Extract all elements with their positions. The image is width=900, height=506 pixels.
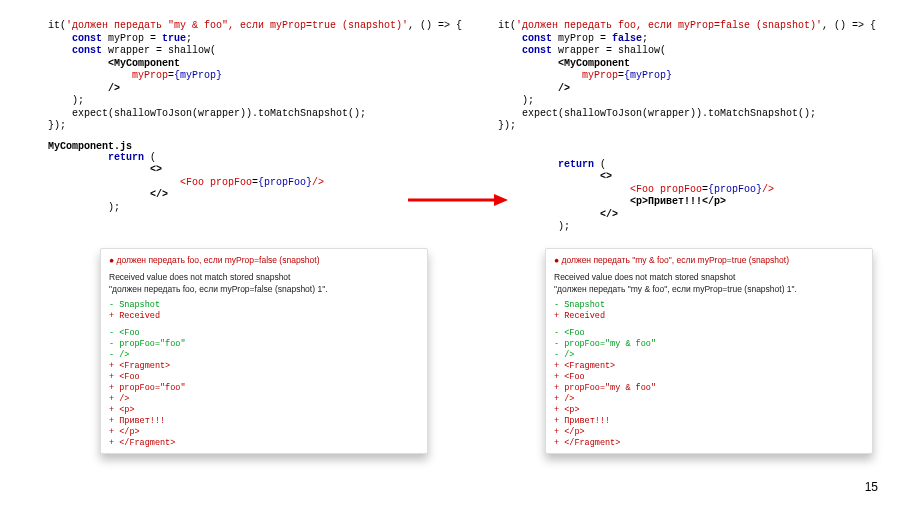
foo-attr: propFoo — [660, 184, 702, 195]
jsx-attrval: {myProp} — [174, 70, 222, 81]
jsx-attr: myProp — [582, 70, 618, 81]
txt: wrapper = shallow( — [552, 45, 666, 56]
right-snapshot-card: ● должен передать "my & foo", если myPro… — [545, 248, 873, 454]
diff-line: + /> — [109, 394, 419, 405]
kw-const: const — [522, 45, 552, 56]
txt: myProp = — [552, 33, 612, 44]
foo-tag: <Foo — [630, 184, 660, 195]
paren: ( — [594, 159, 606, 170]
received-plus: + Received — [554, 311, 864, 322]
diff-line: + </Fragment> — [554, 438, 864, 449]
card-msg1: Received value does not match stored sna… — [554, 272, 864, 283]
end-paren: ); — [108, 202, 120, 213]
foo-close: /> — [762, 184, 774, 195]
paren: ); — [72, 95, 84, 106]
diff-line: - /> — [109, 350, 419, 361]
diff-line: + <Foo — [109, 372, 419, 383]
val-true: true — [162, 33, 186, 44]
left-test-string: 'должен передать "my & foo", если myProp… — [66, 20, 408, 31]
jsx-attrval: {myProp} — [624, 70, 672, 81]
diff-line: - propFoo="my & foo" — [554, 339, 864, 350]
diff-line: + <Fragment> — [109, 361, 419, 372]
txt: wrapper = shallow( — [102, 45, 216, 56]
diff-line: - propFoo="foo" — [109, 339, 419, 350]
diff-line: + propFoo="foo" — [109, 383, 419, 394]
left-test-code: it('должен передать "my & foo", если myP… — [48, 20, 458, 133]
right-column: it('должен передать foo, если myProp=fal… — [498, 20, 900, 234]
kw-const: const — [72, 33, 102, 44]
right-test-string: 'должен передать foo, если myProp=false … — [516, 20, 822, 31]
expect-line: expect(shallowToJson(wrapper)).toMatchSn… — [72, 108, 366, 119]
frag-close: </> — [150, 189, 168, 200]
jsx-tag: <MyComponent — [558, 58, 630, 69]
diff-line: - <Foo — [554, 328, 864, 339]
end-paren: ); — [558, 221, 570, 232]
expect-line: expect(shallowToJson(wrapper)).toMatchSn… — [522, 108, 816, 119]
svg-marker-1 — [494, 194, 508, 206]
snapshot-minus: - Snapshot — [554, 300, 864, 311]
frag-open: <> — [150, 164, 162, 175]
foo-close: /> — [312, 177, 324, 188]
diff-line: - /> — [554, 350, 864, 361]
card-title: ● должен передать foo, если myProp=false… — [109, 255, 419, 266]
jsx-tag: <MyComponent — [108, 58, 180, 69]
filename-label: MyComponent.js — [48, 141, 458, 152]
diff-line: + </Fragment> — [109, 438, 419, 449]
card-msg2: "должен передать foo, если myProp=false … — [109, 284, 419, 295]
slide: it('должен передать "my & foo", если myP… — [0, 0, 900, 506]
frag-close: </> — [600, 209, 618, 220]
left-column: it('должен передать "my & foo", если myP… — [48, 20, 458, 214]
left-component-snippet: return ( <> <Foo propFoo={propFoo}/> </>… — [48, 152, 458, 215]
diff-line: + Привет!!! — [554, 416, 864, 427]
end-brace: }); — [498, 120, 516, 131]
right-component-snippet: return ( <> <Foo propFoo={propFoo}/> <p>… — [498, 159, 900, 234]
right-test-code: it('должен передать foo, если myProp=fal… — [498, 20, 900, 133]
diff-line: + <Foo — [554, 372, 864, 383]
diff-line: + <Fragment> — [554, 361, 864, 372]
paren: ( — [144, 152, 156, 163]
extra-p-line: <p>Привет!!!</p> — [630, 196, 726, 207]
page-number: 15 — [865, 480, 878, 494]
jsx-attr: myProp — [132, 70, 168, 81]
diff-line: + Привет!!! — [109, 416, 419, 427]
diff-lines-left: - <Foo- propFoo="foo"- />+ <Fragment>+ <… — [109, 328, 419, 449]
jsx-close: /> — [108, 83, 120, 94]
left-snapshot-card: ● должен передать foo, если myProp=false… — [100, 248, 428, 454]
snapshot-minus: - Snapshot — [109, 300, 419, 311]
foo-attrval: {propFoo} — [708, 184, 762, 195]
card-msg1: Received value does not match stored sna… — [109, 272, 419, 283]
val-false: false — [612, 33, 642, 44]
kw-const: const — [72, 45, 102, 56]
diff-line: + </p> — [109, 427, 419, 438]
diff-lines-right: - <Foo- propFoo="my & foo"- />+ <Fragmen… — [554, 328, 864, 449]
end-brace: }); — [48, 120, 66, 131]
card-msg2: "должен передать "my & foo", если myProp… — [554, 284, 864, 295]
received-plus: + Received — [109, 311, 419, 322]
foo-tag: <Foo — [180, 177, 210, 188]
frag-open: <> — [600, 171, 612, 182]
diff-line: - <Foo — [109, 328, 419, 339]
kw-const: const — [522, 33, 552, 44]
paren: ); — [522, 95, 534, 106]
kw-return: return — [108, 152, 144, 163]
foo-attrval: {propFoo} — [258, 177, 312, 188]
diff-line: + </p> — [554, 427, 864, 438]
diff-line: + <p> — [109, 405, 419, 416]
txt: myProp = — [102, 33, 162, 44]
jsx-close: /> — [558, 83, 570, 94]
card-title: ● должен передать "my & foo", если myPro… — [554, 255, 864, 266]
diff-line: + <p> — [554, 405, 864, 416]
diff-line: + propFoo="my & foo" — [554, 383, 864, 394]
foo-attr: propFoo — [210, 177, 252, 188]
arrow-icon — [408, 192, 508, 208]
diff-line: + /> — [554, 394, 864, 405]
kw-return: return — [558, 159, 594, 170]
